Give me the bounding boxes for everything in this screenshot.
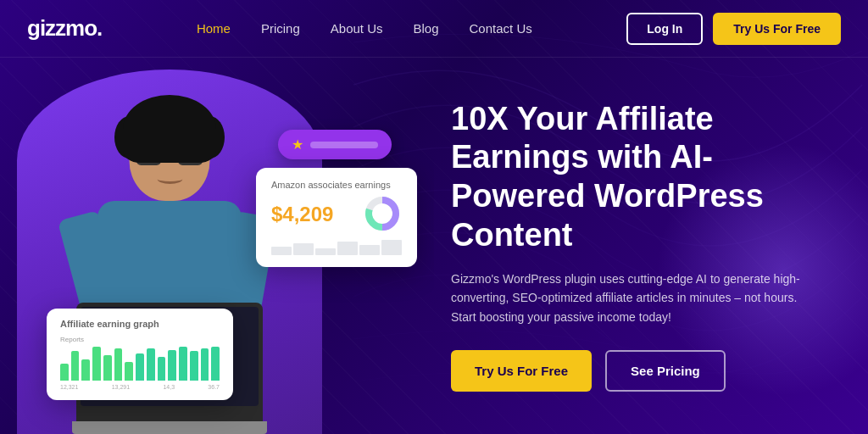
graph-bar	[147, 348, 155, 381]
nav-link-pricing[interactable]: Pricing	[261, 21, 300, 36]
graph-bar	[158, 357, 166, 381]
nav-item-blog[interactable]: Blog	[413, 21, 438, 36]
logo: gizzmo.	[27, 15, 102, 42]
login-button[interactable]: Log In	[626, 13, 703, 45]
graph-bar	[125, 362, 133, 381]
graph-bar	[92, 347, 101, 381]
donut-chart	[364, 195, 402, 233]
logo-text: gizzmo	[27, 15, 97, 41]
navbar: gizzmo. Home Pricing About Us Blog Conta…	[0, 0, 868, 58]
smile	[157, 174, 182, 184]
try-free-cta-button[interactable]: Try Us For Free	[451, 350, 592, 392]
nav-item-about[interactable]: About Us	[331, 21, 383, 36]
nav-actions: Log In Try Us For Free	[626, 13, 841, 45]
nav-link-about[interactable]: About Us	[331, 21, 383, 36]
see-pricing-button[interactable]: See Pricing	[605, 350, 726, 392]
graph-card-title: Affiliate earning graph	[60, 319, 220, 329]
graph-bar	[71, 351, 80, 381]
star-bar	[310, 142, 378, 148]
earnings-card-title: Amazon associates earnings	[271, 180, 402, 190]
graph-bar	[179, 347, 187, 381]
graph-bar	[201, 348, 209, 381]
nav-link-contact[interactable]: Contact Us	[470, 21, 532, 36]
graph-bars	[60, 347, 220, 381]
earnings-amount: $4,209	[271, 203, 333, 226]
main-content: ★ Amazon associates earnings $4,209	[0, 58, 868, 434]
graph-bar	[114, 348, 123, 381]
nav-item-home[interactable]: Home	[197, 21, 231, 36]
right-section: 10X Your Affiliate Earnings with AI-Powe…	[434, 58, 868, 434]
laptop-base	[72, 421, 267, 434]
nav-item-contact[interactable]: Contact Us	[470, 21, 532, 36]
nav-links: Home Pricing About Us Blog Contact Us	[197, 21, 532, 36]
logo-dot: .	[97, 15, 102, 41]
graph-card: Affiliate earning graph Reports 12,32113…	[47, 309, 233, 400]
nav-link-home[interactable]: Home	[197, 21, 231, 36]
graph-bar	[81, 359, 90, 381]
graph-bar	[168, 350, 176, 381]
hero-subtitle: Gizzmo's WordPress plugin uses cutting-e…	[451, 270, 824, 326]
nav-item-pricing[interactable]: Pricing	[261, 21, 300, 36]
earnings-card: Amazon associates earnings $4,209	[256, 168, 417, 267]
nav-link-blog[interactable]: Blog	[413, 21, 438, 36]
person-hair	[123, 95, 216, 163]
graph-bar	[60, 364, 69, 381]
cta-buttons: Try Us For Free See Pricing	[451, 350, 826, 392]
graph-bar	[136, 353, 144, 381]
star-icon: ★	[292, 136, 303, 153]
hero-title: 10X Your Affiliate Earnings with AI-Powe…	[451, 100, 826, 254]
graph-bar	[190, 351, 198, 381]
try-free-nav-button[interactable]: Try Us For Free	[713, 13, 841, 45]
graph-bar	[211, 347, 220, 381]
graph-bar	[103, 355, 112, 381]
star-card: ★	[278, 130, 392, 159]
left-section: ★ Amazon associates earnings $4,209	[0, 58, 434, 434]
